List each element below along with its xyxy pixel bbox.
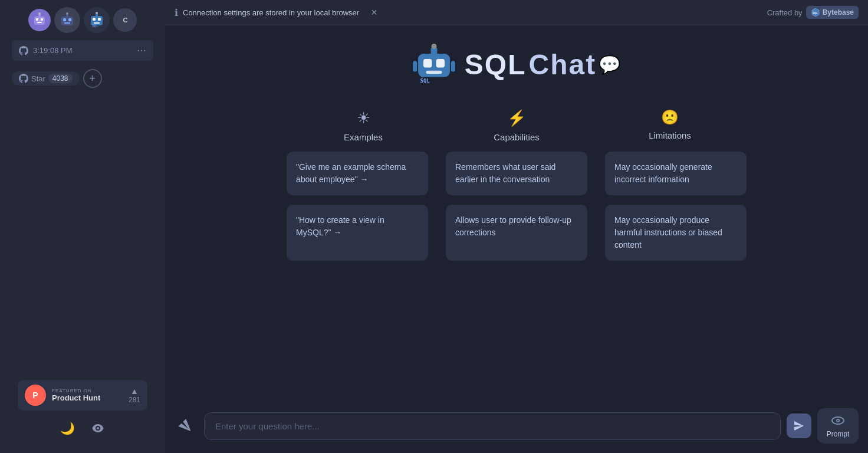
bytebase-icon: SQL [811, 8, 820, 17]
sidebar: SQL C 3:19:08 PM ⋯ Star 4038 + P [0, 0, 165, 453]
topbar: ℹ Connection settings are stored in your… [165, 0, 868, 25]
product-hunt-badge[interactable]: P FEATURED ON Product Hunt ▲ 281 [18, 380, 147, 411]
hero-robot-icon: SQL [413, 43, 455, 86]
svg-point-32 [837, 420, 839, 421]
avatar-robot-1[interactable] [54, 7, 80, 33]
column-limitations: 🙁 Limitations [599, 109, 741, 142]
close-banner-button[interactable]: × [371, 6, 377, 19]
cards-row-1: "Give me an example schema about employe… [287, 152, 747, 195]
ph-arrow-icon: ▲ [130, 386, 139, 396]
ph-count-area: ▲ 281 [129, 386, 140, 404]
svg-rect-0 [34, 17, 45, 25]
svg-point-11 [66, 12, 68, 15]
add-conversation-button[interactable]: + [83, 69, 102, 88]
send-arrow-icon [794, 421, 804, 431]
hero-title: SQL Chat 💬 [465, 48, 620, 81]
card-limitation-2[interactable]: May occasionally produce harmful instruc… [605, 205, 747, 261]
cards-row-2: "How to create a view in MySQL?" → Allow… [287, 205, 747, 261]
sidebar-bottom: P FEATURED ON Product Hunt ▲ 281 🌙 [0, 380, 165, 446]
svg-rect-2 [41, 18, 43, 21]
info-text: Connection settings are stored in your l… [183, 8, 359, 17]
column-capabilities: ⚡ Capabilities [446, 109, 587, 142]
svg-rect-9 [64, 22, 70, 24]
avatar-sql[interactable]: SQL [84, 7, 110, 33]
card-example-1[interactable]: "Give me an example schema about employe… [287, 152, 428, 195]
star-badge-area: Star 4038 + [12, 67, 153, 90]
prompt-button[interactable]: Prompt [817, 408, 859, 444]
svg-point-5 [38, 12, 41, 15]
examples-label: Examples [344, 132, 383, 142]
frown-icon: 🙁 [661, 109, 679, 126]
gear-icon [92, 422, 104, 434]
send-left-icon[interactable] [170, 409, 203, 443]
product-hunt-logo: P [25, 385, 46, 406]
svg-rect-27 [413, 61, 417, 72]
sun-icon: ☀ [357, 109, 370, 127]
svg-text:SQL: SQL [420, 78, 430, 84]
svg-rect-7 [63, 18, 66, 21]
svg-rect-6 [61, 17, 73, 25]
question-input[interactable] [204, 412, 781, 440]
title-chat: Chat [529, 48, 597, 81]
prompt-label: Prompt [827, 430, 850, 438]
star-badge[interactable]: Star 4038 [12, 71, 80, 86]
star-count: 4038 [48, 74, 73, 83]
column-examples: ☀ Examples [292, 109, 434, 142]
svg-rect-13 [93, 18, 96, 21]
sidebar-avatar-row: SQL C [0, 7, 165, 38]
content-area: SQL SQL Chat 💬 ☀ Examples ⚡ Capabilities [165, 25, 868, 453]
github-icon [19, 46, 28, 55]
capabilities-label: Capabilities [494, 132, 540, 142]
svg-text:SQL: SQL [92, 24, 98, 28]
ph-logo-letter: P [32, 390, 38, 400]
ph-text-area: FEATURED ON Product Hunt [52, 388, 100, 402]
svg-rect-3 [37, 22, 42, 23]
avatar-c[interactable]: C [113, 8, 137, 32]
cards-header: ☀ Examples ⚡ Capabilities 🙁 Limitations [287, 109, 747, 142]
settings-button[interactable] [87, 418, 108, 439]
svg-rect-22 [423, 59, 432, 67]
svg-rect-28 [451, 61, 455, 72]
title-sql: SQL [465, 48, 527, 81]
ph-vote-count: 281 [129, 396, 140, 404]
paper-plane-icon [177, 416, 195, 435]
star-label: Star [31, 74, 45, 83]
chat-session-item[interactable]: 3:19:08 PM ⋯ [12, 40, 153, 61]
svg-rect-24 [426, 71, 442, 74]
svg-rect-23 [436, 59, 444, 67]
cards-section: ☀ Examples ⚡ Capabilities 🙁 Limitations … [287, 109, 747, 270]
info-icon: ℹ [175, 7, 178, 18]
svg-text:SQL: SQL [813, 11, 818, 15]
lightning-icon: ⚡ [507, 109, 526, 127]
chat-more-icon[interactable]: ⋯ [137, 45, 146, 56]
chat-time: 3:19:08 PM [33, 46, 73, 55]
input-area: Prompt [165, 401, 868, 453]
card-capability-1[interactable]: Remembers what user said earlier in the … [446, 152, 587, 195]
sidebar-bottom-icons: 🌙 [57, 418, 108, 439]
svg-rect-14 [98, 18, 101, 21]
card-example-2[interactable]: "How to create a view in MySQL?" → [287, 205, 428, 261]
main-avatar[interactable] [28, 9, 51, 31]
svg-rect-8 [68, 18, 71, 21]
limitations-label: Limitations [649, 130, 691, 140]
svg-rect-1 [36, 18, 38, 21]
ph-featured-label: FEATURED ON [52, 388, 100, 393]
card-limitation-1[interactable]: May occasionally generate incorrect info… [605, 152, 747, 195]
card-capability-2[interactable]: Allows user to provide follow-up correct… [446, 205, 587, 261]
hero-section: SQL SQL Chat 💬 [413, 43, 620, 86]
send-button[interactable] [787, 413, 811, 438]
moon-icon: 🌙 [60, 421, 75, 435]
eye-icon [831, 413, 845, 428]
ph-product-name: Product Hunt [52, 393, 100, 402]
crafted-label: Crafted by [767, 8, 803, 17]
bytebase-logo[interactable]: SQL Bytebase [806, 6, 859, 19]
bytebase-label: Bytebase [823, 8, 854, 17]
svg-point-17 [96, 12, 98, 14]
info-banner: ℹ Connection settings are stored in your… [175, 6, 377, 19]
crafted-by-area: Crafted by SQL Bytebase [767, 6, 859, 19]
main-content: ℹ Connection settings are stored in your… [165, 0, 868, 453]
speech-bubble-icon: 💬 [599, 54, 620, 75]
svg-point-26 [431, 44, 436, 49]
dark-mode-toggle[interactable]: 🌙 [57, 418, 78, 439]
github-star-icon [19, 74, 28, 83]
